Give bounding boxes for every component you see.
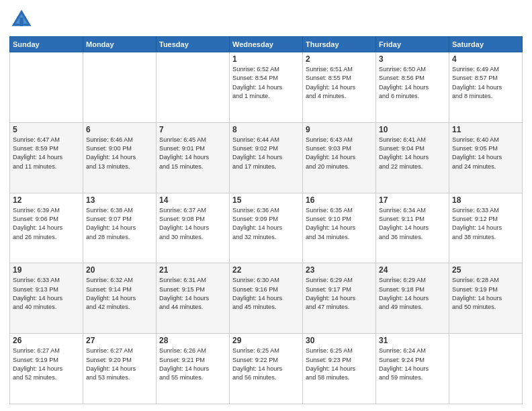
day-cell-31: 31Sunrise: 6:24 AM Sunset: 9:24 PM Dayli… — [376, 334, 449, 404]
day-number: 9 — [306, 125, 373, 134]
day-number: 18 — [452, 195, 519, 205]
day-info: Sunrise: 6:43 AM Sunset: 9:03 PM Dayligh… — [306, 136, 373, 171]
day-number: 28 — [159, 336, 226, 345]
day-info: Sunrise: 6:27 AM Sunset: 9:20 PM Dayligh… — [86, 347, 153, 382]
day-number: 24 — [379, 265, 446, 275]
day-cell-23: 23Sunrise: 6:29 AM Sunset: 9:17 PM Dayli… — [303, 263, 376, 334]
day-info: Sunrise: 6:46 AM Sunset: 9:00 PM Dayligh… — [86, 136, 153, 171]
day-number: 26 — [13, 336, 80, 345]
day-cell-22: 22Sunrise: 6:30 AM Sunset: 9:16 PM Dayli… — [230, 263, 303, 334]
day-cell-26: 26Sunrise: 6:27 AM Sunset: 9:19 PM Dayli… — [10, 334, 83, 404]
day-number: 2 — [306, 54, 373, 64]
day-cell-19: 19Sunrise: 6:33 AM Sunset: 9:13 PM Dayli… — [10, 263, 83, 334]
day-info: Sunrise: 6:26 AM Sunset: 9:21 PM Dayligh… — [159, 347, 226, 382]
day-number: 10 — [379, 125, 446, 134]
day-info: Sunrise: 6:34 AM Sunset: 9:11 PM Dayligh… — [379, 206, 446, 242]
day-number: 4 — [452, 54, 519, 64]
day-number: 13 — [86, 195, 153, 205]
day-cell-11: 11Sunrise: 6:40 AM Sunset: 9:05 PM Dayli… — [449, 122, 523, 193]
day-number: 29 — [232, 336, 300, 345]
day-cell-1: 1Sunrise: 6:52 AM Sunset: 8:54 PM Daylig… — [230, 52, 303, 123]
col-header-saturday: Saturday — [449, 37, 523, 52]
day-info: Sunrise: 6:33 AM Sunset: 9:13 PM Dayligh… — [13, 276, 80, 312]
day-number: 8 — [232, 125, 300, 134]
day-info: Sunrise: 6:29 AM Sunset: 9:18 PM Dayligh… — [379, 276, 446, 312]
day-info: Sunrise: 6:40 AM Sunset: 9:05 PM Dayligh… — [452, 136, 519, 171]
day-number: 3 — [379, 54, 446, 64]
day-cell-5: 5Sunrise: 6:47 AM Sunset: 8:59 PM Daylig… — [10, 122, 83, 193]
day-info: Sunrise: 6:41 AM Sunset: 9:04 PM Dayligh… — [379, 136, 446, 171]
calendar-table: SundayMondayTuesdayWednesdayThursdayFrid… — [9, 36, 523, 404]
calendar-row-4: 26Sunrise: 6:27 AM Sunset: 9:19 PM Dayli… — [10, 334, 523, 404]
day-info: Sunrise: 6:52 AM Sunset: 8:54 PM Dayligh… — [232, 65, 300, 101]
day-cell-29: 29Sunrise: 6:25 AM Sunset: 9:22 PM Dayli… — [230, 334, 303, 404]
col-header-monday: Monday — [83, 37, 157, 52]
day-number: 23 — [306, 265, 373, 275]
day-cell-14: 14Sunrise: 6:37 AM Sunset: 9:08 PM Dayli… — [157, 193, 230, 263]
empty-cell — [10, 52, 83, 123]
logo-icon — [9, 7, 34, 31]
header — [9, 7, 523, 31]
day-cell-25: 25Sunrise: 6:28 AM Sunset: 9:19 PM Dayli… — [449, 263, 523, 334]
day-info: Sunrise: 6:29 AM Sunset: 9:17 PM Dayligh… — [306, 276, 373, 312]
logo — [9, 7, 36, 31]
col-header-tuesday: Tuesday — [157, 37, 230, 52]
day-cell-7: 7Sunrise: 6:45 AM Sunset: 9:01 PM Daylig… — [157, 122, 230, 193]
day-info: Sunrise: 6:32 AM Sunset: 9:14 PM Dayligh… — [86, 276, 153, 312]
day-cell-16: 16Sunrise: 6:35 AM Sunset: 9:10 PM Dayli… — [303, 193, 376, 263]
empty-cell — [449, 334, 523, 404]
day-number: 21 — [159, 265, 226, 275]
day-info: Sunrise: 6:38 AM Sunset: 9:07 PM Dayligh… — [86, 206, 153, 242]
day-cell-13: 13Sunrise: 6:38 AM Sunset: 9:07 PM Dayli… — [83, 193, 157, 263]
day-info: Sunrise: 6:37 AM Sunset: 9:08 PM Dayligh… — [159, 206, 226, 242]
day-info: Sunrise: 6:49 AM Sunset: 8:57 PM Dayligh… — [452, 65, 519, 101]
day-cell-28: 28Sunrise: 6:26 AM Sunset: 9:21 PM Dayli… — [157, 334, 230, 404]
day-number: 30 — [306, 336, 373, 345]
day-cell-27: 27Sunrise: 6:27 AM Sunset: 9:20 PM Dayli… — [83, 334, 157, 404]
day-info: Sunrise: 6:44 AM Sunset: 9:02 PM Dayligh… — [232, 136, 300, 171]
day-number: 19 — [13, 265, 80, 275]
day-number: 17 — [379, 195, 446, 205]
col-header-friday: Friday — [376, 37, 449, 52]
day-number: 12 — [13, 195, 80, 205]
day-cell-30: 30Sunrise: 6:25 AM Sunset: 9:23 PM Dayli… — [303, 334, 376, 404]
day-cell-2: 2Sunrise: 6:51 AM Sunset: 8:55 PM Daylig… — [303, 52, 376, 123]
day-cell-12: 12Sunrise: 6:39 AM Sunset: 9:06 PM Dayli… — [10, 193, 83, 263]
calendar-row-0: 1Sunrise: 6:52 AM Sunset: 8:54 PM Daylig… — [10, 52, 523, 123]
svg-rect-2 — [19, 17, 23, 26]
day-info: Sunrise: 6:33 AM Sunset: 9:12 PM Dayligh… — [452, 206, 519, 242]
day-info: Sunrise: 6:47 AM Sunset: 8:59 PM Dayligh… — [13, 136, 80, 171]
day-cell-17: 17Sunrise: 6:34 AM Sunset: 9:11 PM Dayli… — [376, 193, 449, 263]
day-info: Sunrise: 6:45 AM Sunset: 9:01 PM Dayligh… — [159, 136, 226, 171]
day-info: Sunrise: 6:31 AM Sunset: 9:15 PM Dayligh… — [159, 276, 226, 312]
day-info: Sunrise: 6:25 AM Sunset: 9:23 PM Dayligh… — [306, 347, 373, 382]
day-number: 11 — [452, 125, 519, 134]
day-cell-4: 4Sunrise: 6:49 AM Sunset: 8:57 PM Daylig… — [449, 52, 523, 123]
day-cell-20: 20Sunrise: 6:32 AM Sunset: 9:14 PM Dayli… — [83, 263, 157, 334]
day-info: Sunrise: 6:24 AM Sunset: 9:24 PM Dayligh… — [379, 347, 446, 382]
day-cell-15: 15Sunrise: 6:36 AM Sunset: 9:09 PM Dayli… — [230, 193, 303, 263]
day-number: 14 — [159, 195, 226, 205]
day-cell-21: 21Sunrise: 6:31 AM Sunset: 9:15 PM Dayli… — [157, 263, 230, 334]
day-number: 6 — [86, 125, 153, 134]
day-info: Sunrise: 6:51 AM Sunset: 8:55 PM Dayligh… — [306, 65, 373, 101]
day-cell-6: 6Sunrise: 6:46 AM Sunset: 9:00 PM Daylig… — [83, 122, 157, 193]
day-info: Sunrise: 6:27 AM Sunset: 9:19 PM Dayligh… — [13, 347, 80, 382]
day-number: 31 — [379, 336, 446, 345]
calendar-row-1: 5Sunrise: 6:47 AM Sunset: 8:59 PM Daylig… — [10, 122, 523, 193]
day-cell-8: 8Sunrise: 6:44 AM Sunset: 9:02 PM Daylig… — [230, 122, 303, 193]
day-number: 27 — [86, 336, 153, 345]
day-number: 1 — [232, 54, 300, 64]
col-header-wednesday: Wednesday — [230, 37, 303, 52]
day-cell-10: 10Sunrise: 6:41 AM Sunset: 9:04 PM Dayli… — [376, 122, 449, 193]
day-number: 15 — [232, 195, 300, 205]
day-cell-9: 9Sunrise: 6:43 AM Sunset: 9:03 PM Daylig… — [303, 122, 376, 193]
day-number: 25 — [452, 265, 519, 275]
day-info: Sunrise: 6:50 AM Sunset: 8:56 PM Dayligh… — [379, 65, 446, 101]
empty-cell — [157, 52, 230, 123]
col-header-sunday: Sunday — [10, 37, 83, 52]
day-cell-18: 18Sunrise: 6:33 AM Sunset: 9:12 PM Dayli… — [449, 193, 523, 263]
day-info: Sunrise: 6:36 AM Sunset: 9:09 PM Dayligh… — [232, 206, 300, 242]
day-info: Sunrise: 6:35 AM Sunset: 9:10 PM Dayligh… — [306, 206, 373, 242]
day-cell-24: 24Sunrise: 6:29 AM Sunset: 9:18 PM Dayli… — [376, 263, 449, 334]
